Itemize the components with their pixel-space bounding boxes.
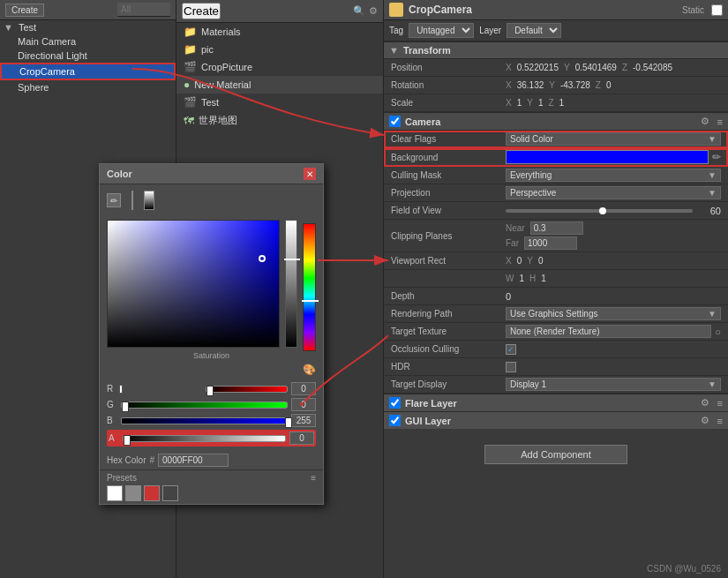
gui-layer-checkbox[interactable]	[389, 415, 401, 426]
create-button-mid[interactable]: Create	[182, 3, 221, 19]
camera-more-icon[interactable]: ≡	[717, 116, 723, 127]
target-texture-dropdown[interactable]: None (Render Texture)	[506, 325, 711, 338]
flare-settings-icon[interactable]: ⚙	[701, 397, 709, 409]
hue-sat-picker[interactable]	[107, 220, 280, 348]
viewport-rect-row: Viewport Rect X 0 Y 0	[384, 252, 728, 270]
flare-more-icon[interactable]: ≡	[717, 398, 723, 409]
hierarchy-crop-camera[interactable]: CropCamera	[0, 63, 176, 80]
x-label: X	[506, 63, 512, 72]
preset-red[interactable]	[144, 485, 160, 501]
hue-strip[interactable]	[303, 223, 316, 351]
hierarchy-label: CropCamera	[19, 66, 75, 77]
preset-gray[interactable]	[125, 485, 141, 501]
camera-settings-icon[interactable]: ⚙	[701, 116, 709, 127]
clipping-planes-row: Clipping Planes Near Far	[384, 220, 728, 252]
gui-more-icon[interactable]: ≡	[717, 416, 723, 426]
color-dialog-label: Color	[107, 169, 132, 179]
color-dialog: Color ✕ ✏ Saturation 🎨	[99, 163, 324, 505]
fov-label: Field of View	[391, 206, 506, 215]
target-display-value: Display 1	[510, 379, 546, 389]
x-label: X	[506, 256, 512, 266]
far-label: Far	[506, 238, 519, 248]
r-slider[interactable]	[206, 386, 289, 393]
search-input[interactable]	[117, 3, 170, 17]
culling-mask-dropdown[interactable]: Everything ▼	[506, 169, 721, 182]
chevron-down-icon: ▼	[708, 134, 717, 144]
occlusion-checkbox[interactable]	[506, 344, 516, 355]
item-label: CropPicture	[201, 62, 252, 72]
project-worldmap[interactable]: 🗺 世界地图	[176, 111, 383, 130]
hue-sat-cursor	[259, 255, 266, 262]
rot-y: -43.728	[560, 80, 590, 90]
chevron-down-icon: ▼	[708, 170, 717, 180]
material-icon: 🗺	[184, 115, 194, 127]
a-slider[interactable]	[123, 435, 286, 442]
hierarchy-test[interactable]: ▼ Test	[0, 20, 176, 34]
static-checkbox[interactable]	[711, 4, 723, 16]
project-croppicture[interactable]: 🎬 CropPicture	[176, 58, 383, 76]
gui-layer-row: GUI Layer ⚙ ≡	[384, 411, 728, 429]
add-component-section: Add Component	[384, 429, 728, 480]
vp-y: 0	[538, 256, 544, 266]
add-component-button[interactable]: Add Component	[484, 445, 627, 464]
preset-white[interactable]	[107, 485, 123, 501]
layer-dropdown[interactable]: Default	[507, 23, 561, 38]
fov-slider[interactable]	[506, 209, 693, 213]
fov-value: 60	[696, 206, 721, 216]
expand-icon: ▼	[389, 45, 399, 56]
hierarchy-sphere[interactable]: Sphere	[0, 80, 176, 94]
far-input[interactable]	[524, 236, 577, 250]
g-value-input[interactable]	[291, 398, 316, 411]
presets-toggle[interactable]: Presets ≡	[107, 473, 316, 483]
b-slider[interactable]	[121, 417, 288, 424]
occlusion-row: Occlusion Culling	[384, 341, 728, 358]
color-preview	[131, 191, 133, 210]
background-color-swatch[interactable]	[506, 150, 709, 164]
color-dialog-title: Color ✕	[100, 164, 323, 184]
layer-label: Layer	[479, 26, 501, 35]
eyedropper-tool[interactable]: ✏	[107, 193, 121, 207]
b-value-input[interactable]	[291, 414, 316, 427]
hierarchy-directional-light[interactable]: Directional Light	[0, 49, 176, 63]
project-new-material[interactable]: ● New Material	[176, 76, 383, 94]
create-button[interactable]: Create	[5, 4, 44, 17]
project-materials[interactable]: 📁 Materials	[176, 23, 383, 41]
fov-row: Field of View 60	[384, 202, 728, 220]
camera-section[interactable]: Camera ⚙ ≡	[384, 112, 728, 131]
circle-icon[interactable]: ○	[715, 327, 721, 337]
settings-icon[interactable]: ⚙	[369, 5, 378, 17]
rendering-path-dropdown[interactable]: Use Graphics Settings ▼	[506, 307, 721, 320]
clear-flags-dropdown[interactable]: Solid Color ▼	[506, 132, 721, 146]
camera-icon	[389, 3, 403, 17]
hdr-checkbox[interactable]	[506, 362, 516, 372]
close-button[interactable]: ✕	[304, 168, 316, 180]
tag-layer-row: Tag Untagged Layer Default	[384, 20, 728, 41]
g-slider[interactable]	[121, 402, 288, 409]
flare-layer-checkbox[interactable]	[389, 397, 401, 409]
static-label: Static	[682, 5, 704, 15]
hex-input[interactable]	[158, 454, 229, 467]
brightness-strip[interactable]	[285, 220, 297, 348]
tag-dropdown[interactable]: Untagged	[409, 23, 474, 38]
flare-layer-label: Flare Layer	[405, 398, 457, 409]
project-pic[interactable]: 📁 pic	[176, 41, 383, 58]
project-test[interactable]: 🎬 Test	[176, 94, 383, 111]
project-header: Create 🔍 ⚙	[176, 0, 383, 23]
gui-settings-icon[interactable]: ⚙	[701, 415, 709, 426]
transform-section[interactable]: ▼ Transform	[384, 41, 728, 59]
camera-section-label: Camera	[405, 116, 440, 127]
preset-dark[interactable]	[162, 485, 178, 501]
material-icon: ●	[184, 79, 190, 91]
palette-icon[interactable]: 🎨	[303, 364, 316, 376]
hierarchy-main-camera[interactable]: Main Camera	[0, 34, 176, 49]
a-value-input[interactable]	[289, 432, 314, 445]
search-icon[interactable]: 🔍	[353, 5, 365, 17]
target-display-dropdown[interactable]: Display 1 ▼	[506, 378, 721, 391]
near-input[interactable]	[530, 221, 583, 235]
presets-options-icon[interactable]: ≡	[311, 473, 316, 483]
section-label: Transform	[403, 45, 451, 56]
camera-enable-checkbox[interactable]	[389, 116, 401, 127]
r-value-input[interactable]	[291, 382, 316, 395]
eyedropper-icon[interactable]: ✏	[712, 151, 721, 163]
projection-dropdown[interactable]: Perspective ▼	[506, 186, 721, 199]
